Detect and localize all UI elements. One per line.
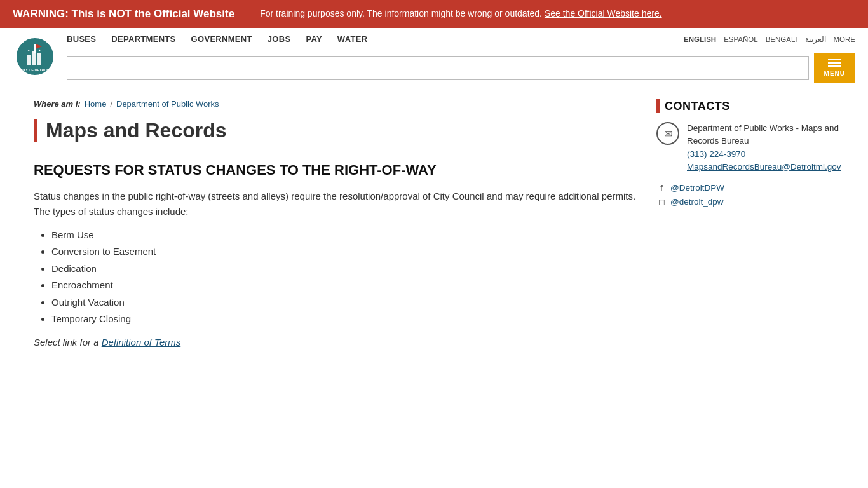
- svg-rect-2: [27, 55, 31, 65]
- social-links: f@DetroitDPW◻@detroit_dpw: [656, 182, 834, 207]
- contacts-heading: CONTACTS: [656, 99, 834, 113]
- nav-item-government[interactable]: GOVERNMENT: [191, 34, 252, 44]
- select-link-prefix: Select link for a: [34, 337, 99, 348]
- lang-item-bengali[interactable]: BENGALI: [766, 36, 797, 43]
- hamburger-icon-3: [828, 65, 841, 67]
- page-title-block: Maps and Records: [34, 119, 637, 142]
- contact-item: ✉ Department of Public Works - Maps and …: [656, 122, 834, 173]
- contacts-title: CONTACTS: [665, 100, 730, 113]
- contacts-box: CONTACTS ✉ Department of Public Works - …: [656, 99, 834, 207]
- list-item: Dedication: [51, 262, 637, 276]
- list-item: Conversion to Easement: [51, 245, 637, 259]
- site-header: CITY OF DETROIT ★ ★ BUSESDEPARTMENTSGOVE…: [0, 28, 868, 86]
- svg-rect-3: [32, 51, 36, 65]
- status-changes-list: Berm UseConversion to EasementDedication…: [34, 228, 637, 327]
- breadcrumb-home[interactable]: Home: [85, 99, 107, 109]
- warning-description: For training purposes only. The informat…: [260, 8, 661, 20]
- list-item: Temporary Closing: [51, 312, 637, 327]
- search-input[interactable]: [67, 56, 809, 80]
- breadcrumb: Where am I: Home / Department of Public …: [34, 99, 637, 109]
- section-heading: REQUESTS FOR STATUS CHANGES TO THE RIGHT…: [34, 161, 637, 180]
- page-title: Maps and Records: [46, 119, 637, 142]
- nav-item-buses[interactable]: BUSES: [67, 34, 96, 44]
- search-row: MENU: [67, 50, 855, 86]
- breadcrumb-department[interactable]: Department of Public Works: [116, 99, 219, 109]
- nav-and-search: BUSESDEPARTMENTSGOVERNMENTJOBSPAYWATER E…: [67, 28, 855, 86]
- warning-banner: WARNING: This is NOT the Official Websit…: [0, 0, 868, 28]
- sidebar: CONTACTS ✉ Department of Public Works - …: [656, 99, 834, 348]
- svg-text:CITY OF DETROIT: CITY OF DETROIT: [20, 68, 50, 72]
- social-link-facebook[interactable]: @DetroitDPW: [670, 183, 724, 193]
- hamburger-icon-2: [828, 62, 841, 64]
- nav-item-departments[interactable]: DEPARTMENTS: [111, 34, 175, 44]
- social-item-facebook: f@DetroitDPW: [656, 182, 834, 193]
- lang-row: ENGLISHESPAÑOLBENGALIالعربيةMORE: [684, 32, 855, 46]
- contact-details: Department of Public Works - Maps and Re…: [687, 122, 841, 173]
- intro-text: Status changes in the public right-of-wa…: [34, 189, 637, 219]
- primary-nav: BUSESDEPARTMENTSGOVERNMENTJOBSPAYWATER: [67, 30, 367, 48]
- select-link-paragraph: Select link for a Definition of Terms: [34, 337, 637, 348]
- main-content: Where am I: Home / Department of Public …: [34, 99, 637, 348]
- svg-rect-4: [37, 53, 41, 65]
- svg-rect-5: [34, 44, 36, 53]
- facebook-icon: f: [656, 182, 667, 193]
- social-item-instagram: ◻@detroit_dpw: [656, 196, 834, 207]
- lang-item-español[interactable]: ESPAÑOL: [724, 36, 757, 43]
- contact-email-link[interactable]: MapsandRecordsBureau@Detroitmi.gov: [687, 161, 841, 173]
- menu-label: MENU: [824, 70, 845, 77]
- menu-button[interactable]: MENU: [814, 53, 855, 83]
- contact-phone-link[interactable]: (313) 224-3970: [687, 148, 841, 161]
- page-layout: Where am I: Home / Department of Public …: [21, 86, 847, 360]
- list-item: Outright Vacation: [51, 295, 637, 310]
- lang-item-العربية[interactable]: العربية: [805, 35, 826, 44]
- hamburger-icon: [828, 59, 841, 60]
- email-icon: ✉: [656, 122, 679, 145]
- contact-name: Department of Public Works - Maps and Re…: [687, 123, 839, 146]
- definition-of-terms-link[interactable]: Definition of Terms: [102, 337, 181, 348]
- accent-bar: [656, 99, 660, 113]
- instagram-icon: ◻: [656, 196, 667, 207]
- site-logo[interactable]: CITY OF DETROIT ★ ★: [13, 35, 57, 79]
- social-link-instagram[interactable]: @detroit_dpw: [670, 197, 724, 207]
- nav-item-jobs[interactable]: JOBS: [268, 34, 291, 44]
- list-item: Berm Use: [51, 228, 637, 243]
- lang-item-english[interactable]: ENGLISH: [684, 36, 716, 43]
- warning-title: WARNING: This is NOT the Official Websit…: [13, 8, 234, 20]
- breadcrumb-separator: /: [110, 99, 112, 109]
- list-item: Encroachment: [51, 278, 637, 293]
- breadcrumb-prefix: Where am I:: [34, 99, 81, 109]
- official-website-link[interactable]: See the Official Website here.: [545, 8, 662, 18]
- lang-item-more[interactable]: MORE: [834, 36, 856, 43]
- nav-item-water[interactable]: WATER: [337, 34, 367, 44]
- nav-item-pay[interactable]: PAY: [306, 34, 322, 44]
